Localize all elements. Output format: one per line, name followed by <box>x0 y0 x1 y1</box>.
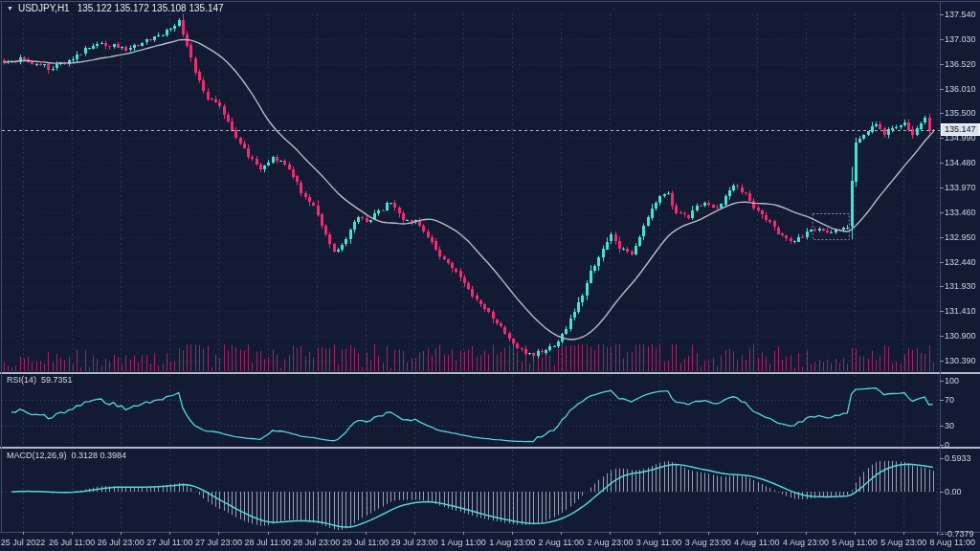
ohlc-values: 135.122 135.172 135.108 135.147 <box>78 3 224 13</box>
macd-pane-label: MACD(12,26,9)0.3128 0.3984 <box>7 451 126 460</box>
price-axis-label: 133.970 <box>945 183 976 192</box>
time-axis-label: 5 Aug 23:00 <box>880 538 926 547</box>
chart-canvas[interactable] <box>0 0 980 551</box>
macd-axis-label: 0.5933 <box>945 453 971 463</box>
macd-indicator-name: MACD(12,26,9) <box>7 451 67 460</box>
rsi-axis-label: 0 <box>945 440 949 450</box>
current-price-tag: 135.147 <box>941 123 980 136</box>
time-axis-label: 26 Jul 23:00 <box>98 538 145 547</box>
price-axis-label: 134.480 <box>945 158 976 167</box>
time-axis-label: 25 Jul 2022 <box>1 538 46 547</box>
price-axis-label: 136.520 <box>945 59 976 69</box>
time-axis-label: 29 Jul 11:00 <box>343 538 389 547</box>
time-axis-label: 1 Aug 23:00 <box>489 538 535 547</box>
trading-chart-window: ▼USDJPY,H1135.122 135.172 135.108 135.14… <box>0 0 980 551</box>
time-axis-label: 1 Aug 11:00 <box>440 538 485 547</box>
chart-header: ▼USDJPY,H1135.122 135.172 135.108 135.14… <box>7 3 224 13</box>
rsi-indicator-value: 59.7351 <box>41 375 73 385</box>
symbol-timeframe-label: USDJPY,H1 <box>18 3 70 13</box>
price-axis-label: 132.440 <box>945 257 976 267</box>
rsi-pane-label: RSI(14)59.7351 <box>7 375 73 385</box>
time-axis-label: 2 Aug 23:00 <box>587 538 633 547</box>
rsi-indicator-name: RSI(14) <box>7 375 36 385</box>
time-axis-label: 2 Aug 11:00 <box>539 538 584 547</box>
time-axis-label: 28 Jul 23:00 <box>293 538 340 547</box>
time-axis-label: 26 Jul 11:00 <box>49 538 95 547</box>
price-axis-label: 132.950 <box>945 232 976 242</box>
time-axis-label: 8 Aug 11:00 <box>930 538 975 547</box>
rsi-axis-label: 30 <box>945 421 954 430</box>
time-axis-label: 5 Aug 11:00 <box>832 538 877 547</box>
price-axis-label: 133.460 <box>945 208 976 217</box>
time-axis-label: 3 Aug 23:00 <box>685 538 731 547</box>
time-axis-label: 28 Jul 11:00 <box>244 538 290 547</box>
price-axis-label: 131.930 <box>945 281 976 291</box>
time-axis-label: 27 Jul 11:00 <box>146 538 192 547</box>
price-axis-label: 136.010 <box>945 84 976 94</box>
time-axis-label: 27 Jul 23:00 <box>195 538 242 547</box>
time-axis-label: 3 Aug 11:00 <box>636 538 681 547</box>
collapse-triangle-icon[interactable]: ▼ <box>7 5 13 11</box>
price-axis-label: 137.540 <box>945 10 976 19</box>
rsi-axis-label: 100 <box>945 376 959 386</box>
price-axis-label: 130.390 <box>945 356 976 365</box>
time-axis-label: 29 Jul 23:00 <box>390 538 437 547</box>
price-axis-label: 137.030 <box>945 34 976 44</box>
rsi-axis-label: 70 <box>945 395 954 405</box>
price-axis-label: 131.410 <box>945 306 976 316</box>
time-axis-label: 4 Aug 23:00 <box>783 538 829 547</box>
macd-axis-label: 0.00 <box>945 487 962 496</box>
macd-indicator-value: 0.3128 0.3984 <box>72 451 127 460</box>
price-axis-label: 130.900 <box>945 331 976 341</box>
price-axis-label: 135.500 <box>945 108 976 118</box>
time-axis-label: 4 Aug 11:00 <box>734 538 779 547</box>
